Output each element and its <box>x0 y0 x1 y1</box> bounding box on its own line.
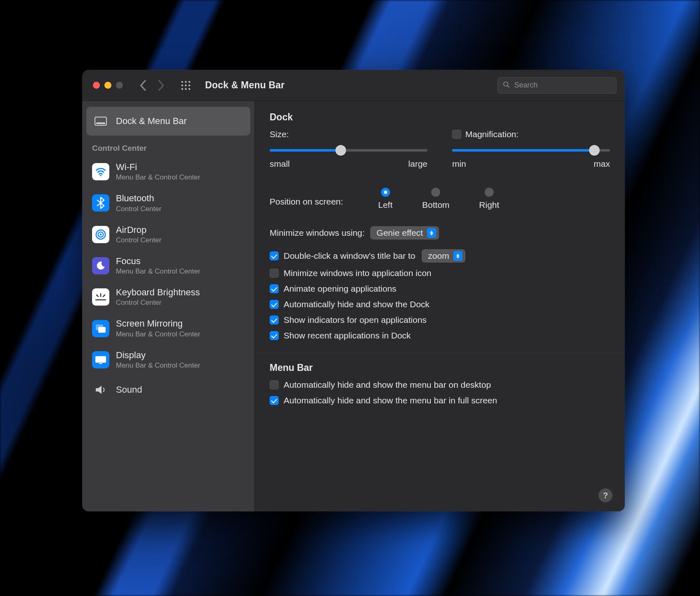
sidebar-item-keyboard-brightness[interactable]: Keyboard Brightness Control Center <box>86 281 250 313</box>
doubleclick-titlebar-checkbox[interactable] <box>270 251 279 260</box>
minimize-into-icon-checkbox[interactable] <box>270 269 279 278</box>
sidebar-item-sublabel: Menu Bar & Control Center <box>116 361 200 370</box>
svg-rect-12 <box>96 122 105 124</box>
autohide-dock-label: Automatically hide and show the Dock <box>284 299 430 309</box>
radio-label: Right <box>479 200 499 210</box>
divider <box>255 353 625 353</box>
magnification-checkbox[interactable] <box>452 130 461 139</box>
doubleclick-action-dropdown[interactable]: zoom <box>422 249 465 262</box>
search-box[interactable] <box>497 77 617 94</box>
menubar-autohide-desktop-label: Automatically hide and show the menu bar… <box>284 380 491 390</box>
back-button[interactable] <box>139 80 147 91</box>
magnification-label: Magnification: <box>465 129 519 139</box>
sidebar-item-sublabel: Menu Bar & Control Center <box>116 173 200 182</box>
airdrop-icon <box>92 226 109 243</box>
sidebar-item-sublabel: Menu Bar & Control Center <box>116 267 200 276</box>
screen-mirroring-icon <box>92 320 109 337</box>
display-icon <box>92 351 109 368</box>
svg-point-2 <box>189 81 190 83</box>
show-recent-checkbox[interactable] <box>270 331 279 340</box>
zoom-button <box>116 82 123 89</box>
sidebar-item-sublabel: Control Center <box>116 236 162 244</box>
svg-rect-23 <box>95 356 106 363</box>
position-label: Position on screen: <box>270 188 364 207</box>
sidebar: Dock & Menu Bar Control Center Wi-Fi Men… <box>82 101 255 511</box>
sidebar-item-sublabel: Control Center <box>116 205 162 213</box>
sidebar-item-sound[interactable]: Sound <box>86 375 250 404</box>
sidebar-item-airdrop[interactable]: AirDrop Control Center <box>86 219 250 250</box>
search-input[interactable] <box>514 81 611 90</box>
svg-point-0 <box>181 81 183 83</box>
dock-heading: Dock <box>270 112 610 123</box>
menubar-heading: Menu Bar <box>270 362 610 373</box>
minimize-using-dropdown[interactable]: Genie effect <box>370 226 439 239</box>
nav-controls <box>139 80 165 91</box>
radio-label: Bottom <box>422 200 450 210</box>
window-controls <box>93 82 123 89</box>
focus-icon <box>92 257 109 274</box>
animate-opening-checkbox[interactable] <box>270 284 279 293</box>
size-min-label: small <box>270 159 290 169</box>
dropdown-value: Genie effect <box>377 228 423 238</box>
show-recent-label: Show recent applications in Dock <box>284 331 411 341</box>
svg-point-13 <box>100 175 102 177</box>
sidebar-item-label: Dock & Menu Bar <box>116 116 187 126</box>
svg-line-19 <box>97 295 98 297</box>
sidebar-item-screen-mirroring[interactable]: Screen Mirroring Menu Bar & Control Cent… <box>86 313 250 344</box>
svg-point-4 <box>185 84 187 86</box>
svg-point-6 <box>181 88 183 90</box>
svg-line-20 <box>103 295 105 297</box>
svg-rect-22 <box>98 327 106 333</box>
dropdown-value: zoom <box>428 251 449 261</box>
radio-label: Left <box>378 200 393 210</box>
sidebar-item-display[interactable]: Display Menu Bar & Control Center <box>86 344 250 375</box>
keyboard-brightness-icon <box>92 288 109 306</box>
position-option-right[interactable]: Right <box>479 188 499 210</box>
menubar-autohide-fullscreen-label: Automatically hide and show the menu bar… <box>284 396 497 405</box>
position-option-left[interactable]: Left <box>378 188 393 210</box>
sidebar-item-label: Sound <box>116 384 142 395</box>
show-all-button[interactable] <box>180 80 191 91</box>
titlebar: Dock & Menu Bar <box>82 70 625 101</box>
preferences-window: Dock & Menu Bar Dock & Menu Bar Control … <box>82 70 625 511</box>
size-slider[interactable] <box>270 146 427 155</box>
dropdown-stepper-icon <box>427 228 436 238</box>
size-control: Size: small large <box>270 129 427 169</box>
minimize-using-label: Minimize windows using: <box>270 228 365 238</box>
sidebar-item-bluetooth[interactable]: Bluetooth Control Center <box>86 187 250 219</box>
animate-opening-label: Animate opening applications <box>284 284 396 294</box>
radio-bottom[interactable] <box>431 188 440 197</box>
minimize-button[interactable] <box>104 82 111 89</box>
close-button[interactable] <box>93 82 100 89</box>
radio-right[interactable] <box>485 188 494 197</box>
position-radiogroup: Left Bottom Right <box>378 188 499 210</box>
bluetooth-icon <box>92 194 109 212</box>
sidebar-item-focus[interactable]: Focus Menu Bar & Control Center <box>86 250 250 281</box>
sidebar-item-wifi[interactable]: Wi-Fi Menu Bar & Control Center <box>86 156 250 187</box>
radio-left[interactable] <box>381 188 390 197</box>
help-button[interactable]: ? <box>598 488 612 502</box>
svg-point-7 <box>185 88 187 90</box>
dropdown-stepper-icon <box>453 251 462 261</box>
menubar-autohide-desktop-checkbox[interactable] <box>270 380 279 389</box>
svg-line-10 <box>508 85 509 87</box>
window-title: Dock & Menu Bar <box>205 80 492 91</box>
sound-icon <box>92 381 109 398</box>
magnification-control: Magnification: min max <box>452 129 610 169</box>
dock-menubar-icon <box>92 113 109 130</box>
position-option-bottom[interactable]: Bottom <box>422 188 450 210</box>
show-indicators-checkbox[interactable] <box>270 315 279 324</box>
sidebar-item-label: Wi-Fi <box>116 162 200 172</box>
sidebar-item-sublabel: Control Center <box>116 299 200 307</box>
sidebar-section-header: Control Center <box>86 136 250 156</box>
svg-point-8 <box>189 88 190 90</box>
autohide-dock-checkbox[interactable] <box>270 300 279 309</box>
minimize-into-icon-label: Minimize windows into application icon <box>284 268 432 278</box>
doubleclick-titlebar-label: Double-click a window's title bar to <box>284 251 415 261</box>
menubar-autohide-fullscreen-checkbox[interactable] <box>270 396 279 405</box>
size-max-label: large <box>408 159 427 169</box>
forward-button <box>157 80 165 91</box>
magnification-slider[interactable] <box>452 146 610 155</box>
sidebar-item-dock-menubar[interactable]: Dock & Menu Bar <box>86 107 250 136</box>
mag-min-label: min <box>452 159 466 169</box>
